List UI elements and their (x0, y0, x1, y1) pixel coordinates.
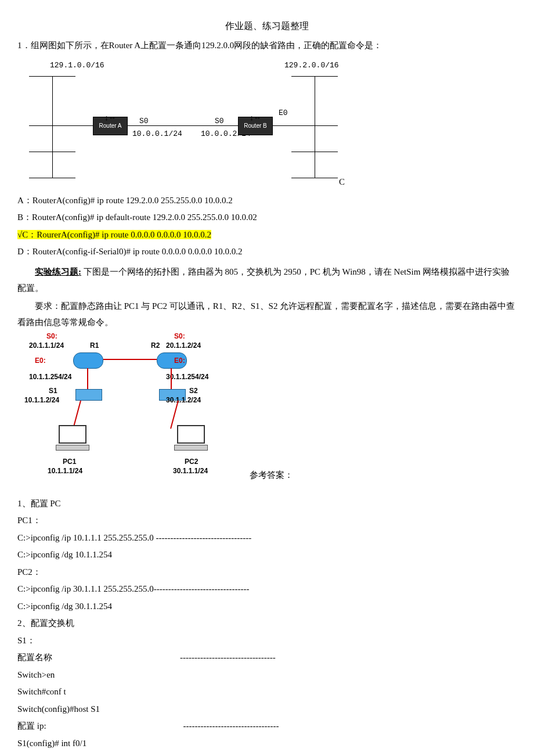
router-a-label: Router A (99, 123, 122, 129)
options-block: A：RouterA(config)# ip route 129.2.0.0 25… (17, 192, 517, 260)
s0-a-label: S0 (139, 114, 149, 129)
net-b-label: 129.2.0.0/16 (284, 59, 339, 73)
s1-name: S1 (49, 387, 57, 395)
s1-ip: 10.1.1.2/24 (24, 396, 59, 404)
question-1-text: 1．组网图如下所示，在Router A上配置一条通向129.2.0.0网段的缺省… (17, 37, 517, 54)
exercise-p1: 实验练习题: 下图是一个网络的拓扑图，路由器为 805，交换机为 2950，PC… (17, 264, 517, 297)
option-a: A：RouterA(config)# ip route 129.2.0.0 25… (17, 192, 517, 209)
switch-host: Switch(config)#host S1 (17, 701, 517, 718)
pc1-ip: 10.1.1.1/24 (48, 467, 82, 475)
s0-left-label: S0: (46, 332, 57, 340)
option-c-highlighted: √C：RourerA(config)# ip route 0.0.0.0 0.0… (17, 230, 211, 239)
router-r1-icon (73, 352, 103, 369)
s1-int-f01: S1(config)# int f0/1 (17, 735, 517, 752)
router-b-label: Router B (244, 123, 266, 129)
network-diagram-1: 129.1.0.0/16 129.2.0.0/16 ↕↔ Router A S0… (29, 59, 505, 186)
pc1-icon (56, 425, 89, 451)
switch-en: Switch>en (17, 667, 517, 683)
switch-conf-t: Switch#conf t (17, 683, 517, 700)
section-2-title: 2、配置交换机 (17, 615, 517, 632)
ip-a-label: 10.0.0.1/24 (132, 127, 182, 142)
option-b: B：RouterA(config)# ip default-route 129.… (17, 209, 517, 226)
option-d: D：RouterA(config-if-Serial0)# ip route 0… (17, 243, 517, 260)
r2-s0-ip: 20.1.1.2/24 (166, 341, 201, 350)
pc2-label: PC2： (17, 564, 517, 581)
s1-no-shut: S1(config-if)# no shut (17, 752, 517, 756)
s0-b-label: S0 (215, 114, 224, 129)
e0-right-label: E0: (174, 357, 185, 365)
section-1-title: 1、配置 PC (17, 495, 517, 512)
r2-e0-ip: 30.1.1.254/24 (166, 373, 208, 381)
e0-left-label: E0: (35, 357, 46, 365)
e0-label: E0 (279, 106, 288, 121)
config-name-row: 配置名称--------------------------------- (17, 649, 517, 666)
answers-block: 1、配置 PC PC1： C:>ipconfig /ip 10.1.1.1 25… (17, 495, 517, 756)
pc1-ipconfig-dg: C:>ipconfig /dg 10.1.1.254 (17, 546, 517, 563)
s2-ip: 30.1.1.2/24 (166, 396, 201, 404)
pc1-label: PC1： (17, 512, 517, 529)
pc2-ip: 30.1.1.1/24 (173, 467, 208, 475)
r1-s0-ip: 20.1.1.1/24 (29, 341, 64, 350)
r1-name: R1 (90, 341, 99, 350)
router-a-icon: ↕↔ Router A (93, 117, 128, 135)
pc2-ipconfig-ip: C:>ipconfig /ip 30.1.1.1 255.255.255.0--… (17, 581, 517, 597)
r2-name: R2 (151, 341, 160, 350)
pc1-ipconfig-ip: C:>ipconfig /ip 10.1.1.1 255.255.255.0 -… (17, 530, 517, 546)
s0-right-label: S0: (174, 332, 185, 340)
pc2-name: PC2 (185, 458, 198, 466)
s2-name: S2 (189, 387, 198, 395)
r1-e0-ip: 10.1.1.254/24 (29, 373, 71, 381)
network-diagram-2: S0: 20.1.1.1/24 R1 S0: R2 20.1.1.2/24 E0… (29, 332, 250, 495)
c-label: C (339, 174, 345, 190)
pc2-icon (174, 425, 208, 451)
net-a-label: 129.1.0.0/16 (50, 59, 104, 73)
pc2-ipconfig-dg: C:>ipconfig /dg 30.1.1.254 (17, 598, 517, 615)
config-ip-row: 配置 ip:--------------------------------- (17, 718, 517, 735)
s1-label: S1： (17, 632, 517, 649)
exercise-p2: 要求：配置静态路由让 PC1 与 PC2 可以通讯，R1、R2、S1、S2 允许… (17, 298, 517, 331)
pc1-name: PC1 (63, 458, 76, 466)
router-b-icon: ↕↔ Router B (238, 117, 273, 135)
switch-s1-icon (75, 389, 102, 401)
page-title: 作业题、练习题整理 (17, 17, 517, 35)
answer-label: 参考答案： (250, 467, 293, 484)
